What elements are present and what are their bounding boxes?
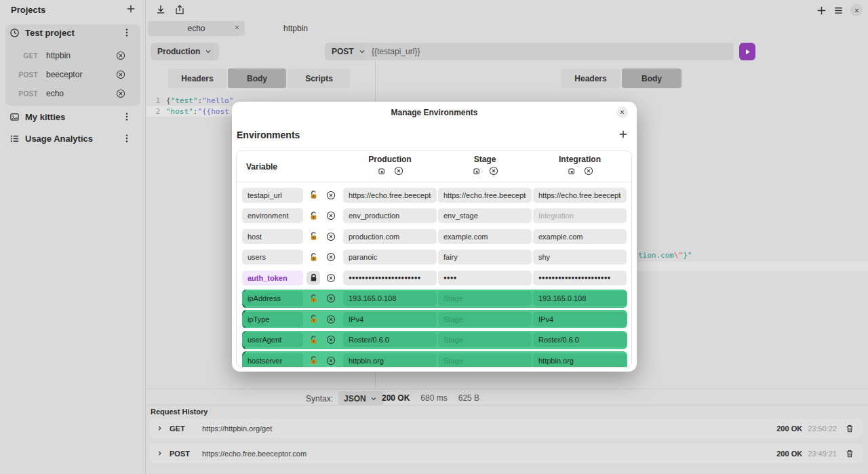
sidebar-request-echo[interactable]: POST echo	[0, 85, 135, 102]
env-value-input[interactable]	[343, 250, 437, 264]
project-menu-icon[interactable]	[122, 134, 132, 143]
lock-open-icon[interactable]	[307, 292, 320, 305]
env-value-input[interactable]	[533, 312, 627, 327]
env-value-input[interactable]	[438, 291, 532, 306]
sidebar-request-httpbin[interactable]: GET httpbin	[0, 47, 135, 64]
variable-name-input[interactable]	[242, 208, 303, 223]
lock-open-icon[interactable]	[307, 230, 320, 243]
variable-name-input[interactable]	[242, 188, 303, 203]
sidebar-project-test-project[interactable]: Test project	[9, 28, 75, 38]
history-row[interactable]: GET https://httpbin.org/get 200 OK 23:50…	[149, 418, 863, 438]
env-value-input[interactable]	[438, 208, 532, 223]
env-value-input[interactable]	[438, 271, 532, 285]
delete-variable-icon[interactable]	[324, 271, 338, 285]
delete-variable-icon[interactable]	[324, 250, 338, 264]
add-project-icon[interactable]	[126, 4, 136, 14]
expand-row-icon[interactable]	[156, 424, 163, 432]
close-window-button[interactable]	[850, 4, 863, 16]
env-value-input[interactable]	[533, 332, 627, 347]
tab-echo[interactable]: echo	[148, 21, 245, 36]
download-icon[interactable]	[155, 4, 166, 15]
env-value-input[interactable]	[438, 250, 532, 264]
variable-name-input[interactable]	[242, 353, 303, 368]
env-value-input[interactable]	[343, 353, 437, 368]
delete-environment-icon[interactable]	[394, 166, 403, 176]
env-value-input[interactable]	[533, 250, 627, 264]
delete-request-icon[interactable]	[116, 70, 125, 79]
lock-open-icon[interactable]	[307, 209, 320, 222]
env-value-input[interactable]	[533, 229, 627, 244]
env-value-input[interactable]	[438, 229, 532, 244]
menu-icon[interactable]	[833, 5, 844, 16]
lock-open-icon[interactable]	[307, 354, 320, 368]
duplicate-environment-icon[interactable]	[471, 166, 481, 176]
env-value-input[interactable]	[343, 271, 437, 285]
share-icon[interactable]	[174, 4, 185, 15]
duplicate-environment-icon[interactable]	[566, 166, 576, 176]
add-tab-icon[interactable]	[816, 5, 827, 16]
env-value-input[interactable]	[343, 188, 437, 203]
expand-row-icon[interactable]	[156, 450, 163, 457]
delete-variable-icon[interactable]	[324, 189, 338, 202]
tab-httpbin[interactable]: httpbin	[271, 21, 320, 36]
url-input[interactable]	[365, 43, 734, 60]
sidebar-project-my-kitties[interactable]: My kitties	[9, 112, 65, 122]
delete-variable-icon[interactable]	[324, 292, 338, 305]
env-value-input[interactable]	[533, 188, 627, 203]
variable-name-input[interactable]	[242, 250, 303, 264]
delete-variable-icon[interactable]	[324, 230, 338, 243]
delete-request-icon[interactable]	[116, 51, 125, 60]
send-button[interactable]	[739, 43, 755, 60]
project-menu-icon[interactable]	[122, 112, 132, 121]
env-row-auth_token	[241, 269, 627, 287]
env-value-input[interactable]	[533, 353, 627, 368]
response-tab-body[interactable]: Body	[622, 68, 682, 88]
env-value-input[interactable]	[343, 332, 437, 347]
env-value-input[interactable]	[438, 332, 532, 347]
delete-environment-icon[interactable]	[584, 166, 593, 176]
project-menu-icon[interactable]	[122, 28, 132, 37]
variable-name-input[interactable]	[242, 271, 303, 285]
request-tab-body[interactable]: Body	[228, 68, 286, 88]
environment-dropdown[interactable]: Production	[151, 43, 219, 60]
close-tab-icon[interactable]	[234, 24, 240, 31]
env-value-input[interactable]	[438, 353, 532, 368]
lock-open-icon[interactable]	[307, 250, 320, 264]
delete-variable-icon[interactable]	[324, 209, 338, 222]
variable-name-input[interactable]	[242, 291, 303, 306]
env-column-production: Production	[343, 155, 437, 164]
variable-name-input[interactable]	[242, 229, 303, 244]
env-value-input[interactable]	[343, 229, 437, 244]
variable-name-input[interactable]	[242, 312, 303, 327]
delete-variable-icon[interactable]	[324, 313, 338, 326]
delete-history-icon[interactable]	[845, 449, 854, 458]
env-value-input[interactable]	[533, 271, 627, 285]
env-value-input[interactable]	[438, 312, 532, 327]
env-value-input[interactable]	[343, 208, 437, 223]
delete-variable-icon[interactable]	[324, 354, 338, 368]
lock-closed-icon[interactable]	[307, 271, 320, 285]
lock-open-icon[interactable]	[307, 189, 320, 202]
lock-open-icon[interactable]	[307, 313, 320, 326]
add-environment-icon[interactable]	[618, 130, 628, 139]
request-tab-headers[interactable]: Headers	[168, 68, 226, 88]
env-value-input[interactable]	[533, 291, 627, 306]
delete-environment-icon[interactable]	[489, 166, 498, 176]
history-row[interactable]: POST https://echo.free.beeceptor.com 200…	[149, 443, 863, 463]
delete-request-icon[interactable]	[116, 89, 125, 98]
duplicate-environment-icon[interactable]	[376, 166, 386, 176]
request-tab-scripts[interactable]: Scripts	[288, 68, 351, 88]
delete-history-icon[interactable]	[845, 424, 854, 433]
delete-variable-icon[interactable]	[324, 333, 338, 347]
sidebar-request-beeceptor[interactable]: POST beeceptor	[0, 66, 135, 83]
env-value-input[interactable]	[343, 312, 437, 327]
env-value-input[interactable]	[343, 291, 437, 306]
sidebar-project-usage-analytics[interactable]: Usage Analytics	[9, 134, 93, 144]
env-value-input[interactable]	[533, 208, 627, 223]
variable-name-input[interactable]	[242, 332, 303, 347]
lock-open-icon[interactable]	[307, 333, 320, 347]
response-tab-headers[interactable]: Headers	[561, 68, 620, 88]
syntax-dropdown[interactable]: JSON	[338, 391, 383, 406]
modal-close-button[interactable]	[616, 106, 628, 118]
env-value-input[interactable]	[438, 188, 532, 203]
